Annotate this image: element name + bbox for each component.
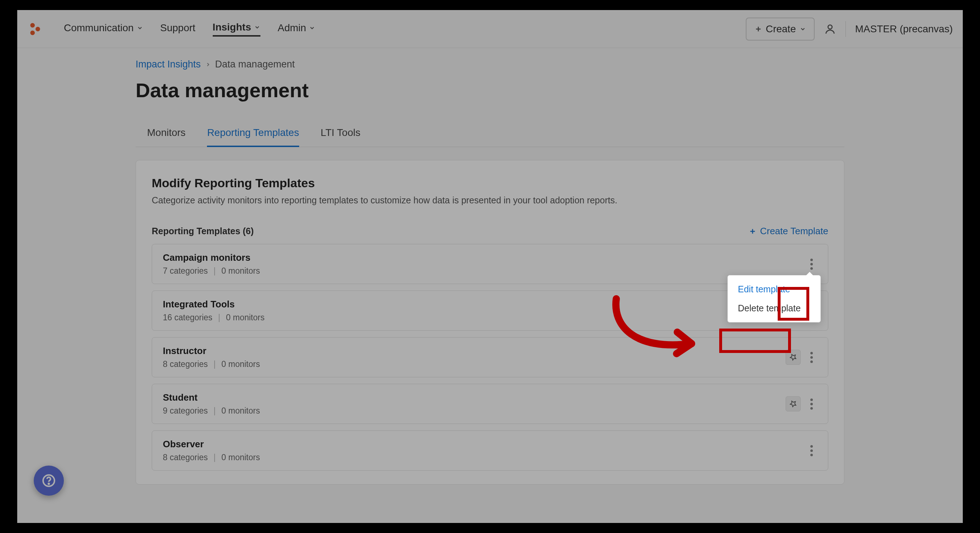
template-row[interactable]: Campaign monitors 7 categories | 0 monit… bbox=[152, 244, 828, 284]
tab-monitors[interactable]: Monitors bbox=[147, 120, 185, 147]
template-dropdown-menu: Edit template Delete template bbox=[727, 275, 821, 323]
template-info: Student 9 categories | 0 monitors bbox=[163, 392, 786, 416]
user-icon[interactable] bbox=[824, 23, 836, 35]
nav-admin[interactable]: Admin bbox=[278, 22, 315, 36]
template-categories: 7 categories bbox=[163, 266, 208, 276]
template-meta: 8 categories | 0 monitors bbox=[163, 360, 786, 369]
chevron-down-icon bbox=[254, 24, 261, 30]
help-fab[interactable] bbox=[34, 466, 64, 496]
create-button[interactable]: Create bbox=[746, 18, 815, 41]
template-info: Integrated Tools 16 categories | 0 monit… bbox=[163, 299, 806, 323]
template-row[interactable]: Observer 8 categories | 0 monitors bbox=[152, 430, 828, 471]
template-info: Instructor 8 categories | 0 monitors bbox=[163, 345, 786, 369]
meta-separator: | bbox=[213, 266, 216, 276]
template-name: Campaign monitors bbox=[163, 252, 806, 263]
kebab-icon bbox=[810, 259, 813, 270]
create-template-label: Create Template bbox=[760, 226, 828, 237]
divider bbox=[845, 21, 846, 37]
template-list-header: Reporting Templates (6) Create Template bbox=[152, 226, 828, 237]
template-row[interactable]: Integrated Tools 16 categories | 0 monit… bbox=[152, 291, 828, 331]
meta-separator: | bbox=[213, 406, 216, 416]
template-monitors: 0 monitors bbox=[226, 313, 264, 323]
template-name: Instructor bbox=[163, 345, 786, 356]
delete-template-item[interactable]: Delete template bbox=[728, 299, 820, 318]
plus-icon bbox=[749, 228, 757, 235]
breadcrumb-current: Data management bbox=[215, 59, 295, 70]
svg-point-1 bbox=[35, 26, 41, 32]
template-categories: 8 categories bbox=[163, 360, 208, 369]
panel-description: Categorize activity monitors into report… bbox=[152, 195, 828, 205]
template-actions bbox=[786, 396, 817, 411]
panel-heading: Modify Reporting Templates bbox=[152, 176, 828, 190]
pin-icon bbox=[789, 353, 797, 361]
tabs: Monitors Reporting Templates LTI Tools bbox=[135, 120, 845, 147]
page-title: Data management bbox=[135, 78, 845, 102]
content: Impact Insights Data management Data man… bbox=[17, 48, 963, 485]
edit-template-item[interactable]: Edit template bbox=[728, 280, 820, 299]
svg-point-9 bbox=[48, 483, 49, 484]
kebab-icon bbox=[810, 352, 813, 363]
pin-button[interactable] bbox=[786, 350, 801, 365]
template-monitors: 0 monitors bbox=[221, 266, 260, 276]
template-name: Observer bbox=[163, 439, 806, 450]
template-meta: 7 categories | 0 monitors bbox=[163, 266, 806, 276]
template-info: Campaign monitors 7 categories | 0 monit… bbox=[163, 252, 806, 276]
template-monitors: 0 monitors bbox=[221, 360, 260, 369]
pin-icon bbox=[789, 400, 797, 408]
template-monitors: 0 monitors bbox=[221, 406, 260, 416]
chevron-down-icon bbox=[800, 26, 806, 32]
template-categories: 9 categories bbox=[163, 406, 208, 416]
nav-label: Insights bbox=[213, 22, 251, 33]
chevron-down-icon bbox=[309, 25, 315, 31]
svg-point-5 bbox=[828, 25, 832, 29]
template-meta: 9 categories | 0 monitors bbox=[163, 406, 786, 416]
nav-label: Communication bbox=[64, 22, 134, 34]
nav-label: Admin bbox=[278, 22, 306, 34]
template-name: Student bbox=[163, 392, 786, 403]
kebab-menu-button[interactable] bbox=[806, 443, 817, 458]
nav-items: Communication Support Insights Admin bbox=[64, 22, 315, 37]
meta-separator: | bbox=[213, 453, 216, 462]
nav-insights[interactable]: Insights bbox=[213, 22, 261, 37]
kebab-menu-button[interactable] bbox=[806, 256, 817, 272]
nav-support[interactable]: Support bbox=[160, 22, 196, 36]
kebab-icon bbox=[810, 398, 813, 410]
template-actions bbox=[786, 350, 817, 365]
template-monitors: 0 monitors bbox=[221, 453, 260, 462]
nav-communication[interactable]: Communication bbox=[64, 22, 143, 36]
breadcrumb-parent[interactable]: Impact Insights bbox=[135, 59, 201, 70]
template-list-label: Reporting Templates (6) bbox=[152, 226, 254, 236]
kebab-menu-button[interactable] bbox=[806, 396, 817, 411]
template-meta: 16 categories | 0 monitors bbox=[163, 313, 806, 323]
plus-icon bbox=[754, 25, 762, 33]
chevron-right-icon bbox=[205, 62, 211, 67]
tab-reporting-templates[interactable]: Reporting Templates bbox=[207, 120, 299, 147]
template-row[interactable]: Student 9 categories | 0 monitors bbox=[152, 384, 828, 424]
nav-label: Support bbox=[160, 22, 196, 34]
chevron-down-icon bbox=[137, 25, 143, 31]
template-categories: 8 categories bbox=[163, 453, 208, 462]
logo[interactable] bbox=[27, 22, 42, 37]
template-meta: 8 categories | 0 monitors bbox=[163, 453, 806, 462]
create-template-button[interactable]: Create Template bbox=[749, 226, 828, 237]
template-actions bbox=[806, 256, 817, 272]
svg-point-0 bbox=[30, 22, 35, 28]
env-label: MASTER (precanvas) bbox=[855, 23, 953, 35]
svg-point-2 bbox=[30, 30, 35, 35]
kebab-menu-button[interactable] bbox=[806, 350, 817, 365]
pin-button[interactable] bbox=[786, 396, 801, 411]
panel: Modify Reporting Templates Categorize ac… bbox=[135, 160, 845, 485]
tab-lti-tools[interactable]: LTI Tools bbox=[321, 120, 361, 147]
meta-separator: | bbox=[213, 360, 216, 369]
nav-right: Create MASTER (precanvas) bbox=[746, 18, 953, 41]
template-info: Observer 8 categories | 0 monitors bbox=[163, 439, 806, 462]
template-row[interactable]: Instructor 8 categories | 0 monitors bbox=[152, 337, 828, 377]
meta-separator: | bbox=[218, 313, 220, 323]
template-actions bbox=[806, 443, 817, 458]
kebab-icon bbox=[810, 445, 813, 456]
template-categories: 16 categories bbox=[163, 313, 212, 323]
top-nav: Communication Support Insights Admin Cre… bbox=[17, 10, 963, 48]
help-icon bbox=[42, 474, 56, 487]
create-label: Create bbox=[766, 23, 796, 35]
template-name: Integrated Tools bbox=[163, 299, 806, 310]
